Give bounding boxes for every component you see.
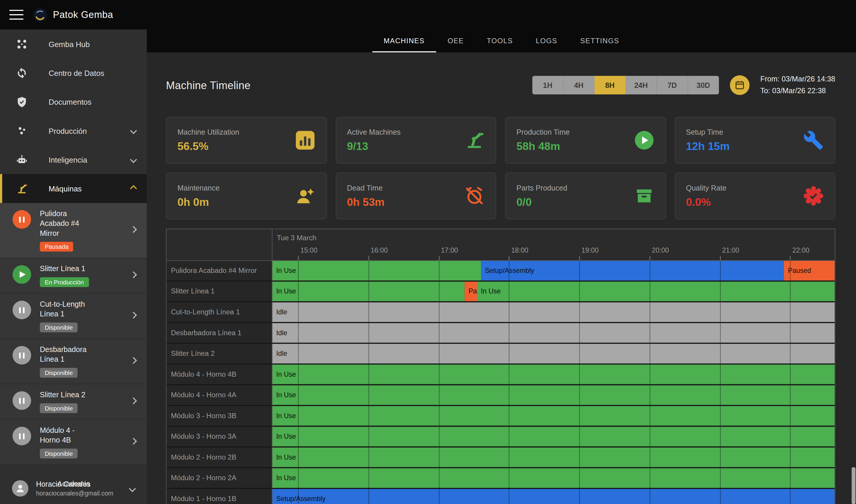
tab-tools[interactable]: TOOLS (475, 30, 524, 52)
segment-setup[interactable]: Setup/Assembly (272, 489, 835, 504)
segment-paused[interactable]: Paused (465, 282, 477, 301)
timeline-row-track: Setup/Assembly (272, 489, 835, 504)
tab-machines[interactable]: MACHINES (372, 30, 436, 52)
hub-icon (16, 38, 28, 50)
chevron-right-icon (130, 397, 137, 404)
segment-in_use[interactable]: In Use (272, 282, 465, 301)
kpi-value: 56.5% (177, 140, 239, 152)
segment-in_use[interactable]: In Use (272, 261, 481, 281)
kpi-card-maintenance: Maintenance0h 0m (166, 172, 327, 219)
segment-paused[interactable]: Paused (784, 261, 835, 281)
axis-tick (369, 256, 369, 260)
machine-item-desbarbadora-l-nea-1[interactable]: Desbarbadora Línea 1Disponible (0, 339, 147, 384)
kpi-text: Production Time58h 48m (517, 128, 570, 152)
sidebar-item-documentos[interactable]: Documentos (0, 87, 147, 116)
machine-info: Módulo 4 - Horno 4BDisponible (40, 426, 96, 458)
sidebar-item-academia[interactable]: Academia (57, 480, 90, 488)
tab-logs[interactable]: LOGS (524, 30, 569, 52)
sidebar-item-producci-n[interactable]: Producción (0, 116, 147, 145)
machine-info: Desbarbadora Línea 1Disponible (40, 345, 96, 378)
range-button-1h[interactable]: 1H (532, 76, 563, 94)
kpi-value: 9/13 (347, 140, 400, 152)
timeline-row-track: In Use (272, 427, 835, 448)
timeline-row-label: Slitter Línea 2 (166, 344, 272, 365)
tab-settings[interactable]: SETTINGS (569, 30, 631, 52)
sidebar: Gemba HubCentro de DatosDocumentosProduc… (0, 30, 147, 504)
kpi-value: 12h 15m (686, 140, 730, 152)
segment-idle[interactable]: Idle (272, 344, 835, 363)
machine-item-slitter-l-nea-2[interactable]: Slitter Línea 2Disponible (0, 384, 147, 420)
alarm-off-icon (464, 185, 485, 206)
segment-label: In Use (272, 365, 835, 384)
kpi-label: Machine Utilization (177, 128, 239, 136)
range-button-24h[interactable]: 24H (625, 76, 657, 94)
timeline-row: Desbarbadora Línea 1Idle (166, 323, 835, 344)
segment-label: Paused (465, 282, 477, 301)
timeline-row-label: Slitter Línea 1 (166, 282, 272, 303)
kpi-card-setup-time: Setup Time12h 15m (675, 117, 835, 164)
machine-item-cut-to-length-l-nea-1[interactable]: Cut-to-Length Línea 1Disponible (0, 293, 147, 339)
machine-item-m-dulo-4-horno-4b[interactable]: Módulo 4 - Horno 4BDisponible (0, 420, 147, 465)
timeline-row-label: Módulo 3 - Horno 3B (166, 406, 272, 427)
pause-circle-icon (13, 391, 31, 410)
nav-tabs: MACHINESOEETOOLSLOGSSETTINGS (147, 30, 856, 52)
timeline-row: Cut-to-Length Línea 1Idle (166, 302, 835, 323)
segment-label: In Use (272, 406, 835, 426)
play-circle-icon (634, 130, 655, 151)
segment-setup[interactable]: Setup/Assembly (481, 261, 784, 281)
range-button-30d[interactable]: 30D (688, 76, 719, 94)
timeline-row: Slitter Línea 2Idle (166, 344, 835, 365)
date-range: From: 03/Mar/26 14:38 To: 03/Mar/26 22:3… (761, 73, 835, 97)
machine-info: Slitter Línea 1En Producción (40, 264, 96, 287)
kpi-label: Dead Time (347, 184, 385, 192)
axis-hour-label: 18:00 (509, 247, 528, 254)
segment-in_use[interactable]: In Use (272, 448, 835, 467)
range-controls: 1H4H8H24H7D30D From: 03/Mar/26 14:38 To:… (532, 73, 835, 97)
sidebar-item-gemba-hub[interactable]: Gemba Hub (0, 30, 147, 58)
menu-icon[interactable] (10, 10, 23, 20)
machine-item-pulidora-acabado-4-mirror[interactable]: Pulidora Acabado #4 MirrorPausada (0, 203, 147, 258)
calendar-button[interactable] (730, 75, 750, 95)
tab-oee[interactable]: OEE (436, 30, 475, 52)
machine-info: Slitter Línea 2Disponible (40, 390, 96, 413)
timeline-row-track: Idle (272, 323, 835, 344)
segment-in_use[interactable]: In Use (272, 468, 835, 488)
timeline-row-track: In Use (272, 406, 835, 427)
timeline-row: Slitter Línea 1In UsePausedIn Use (166, 282, 835, 303)
kpi-card-quality-rate: Quality Rate0.0% (675, 172, 835, 219)
kpi-label: Quality Rate (686, 184, 727, 192)
segment-idle[interactable]: Idle (272, 302, 835, 322)
range-button-4h[interactable]: 4H (563, 76, 594, 94)
segment-in_use[interactable]: In Use (272, 406, 835, 426)
segment-in_use[interactable]: In Use (272, 385, 835, 405)
segment-in_use[interactable]: In Use (272, 365, 835, 384)
kpi-text: Active Machines9/13 (347, 128, 400, 152)
sidebar-nav: Gemba HubCentro de DatosDocumentosProduc… (0, 30, 147, 203)
range-button-7d[interactable]: 7D (657, 76, 688, 94)
segment-in_use[interactable]: In Use (272, 427, 835, 446)
kpi-card-active-machines: Active Machines9/13 (335, 117, 496, 164)
segment-idle[interactable]: Idle (272, 323, 835, 343)
chevron-down-icon (130, 127, 137, 134)
scrollbar-thumb[interactable] (852, 467, 855, 504)
kpi-label: Setup Time (686, 128, 730, 136)
sidebar-item-m-quinas[interactable]: Máquinas (0, 174, 147, 203)
timeline-row: Módulo 4 - Horno 4AIn Use (166, 385, 835, 406)
sidebar-item-label: Gemba Hub (49, 40, 90, 49)
chevron-right-icon (130, 226, 137, 233)
chevron-up-icon (130, 185, 137, 192)
timeline-row-label: Módulo 4 - Horno 4B (166, 365, 272, 385)
robot-arm-icon (464, 130, 485, 151)
timeline-row: Módulo 4 - Horno 4BIn Use (166, 365, 835, 385)
axis-hour-label: 19:00 (579, 247, 598, 254)
sidebar-item-inteligencia[interactable]: Inteligencia (0, 145, 147, 174)
segment-label: In Use (272, 282, 465, 301)
sidebar-item-centro-de-datos[interactable]: Centro de Datos (0, 58, 147, 87)
user-menu[interactable]: Horacio Canales horaciocanales@gmail.com (0, 472, 147, 504)
segment-label: Idle (272, 302, 835, 322)
machine-item-slitter-l-nea-1[interactable]: Slitter Línea 1En Producción (0, 258, 147, 294)
kpi-label: Maintenance (177, 184, 219, 192)
robot-icon (16, 154, 28, 165)
segment-in_use[interactable]: In Use (477, 282, 835, 301)
range-button-8h[interactable]: 8H (594, 76, 625, 94)
